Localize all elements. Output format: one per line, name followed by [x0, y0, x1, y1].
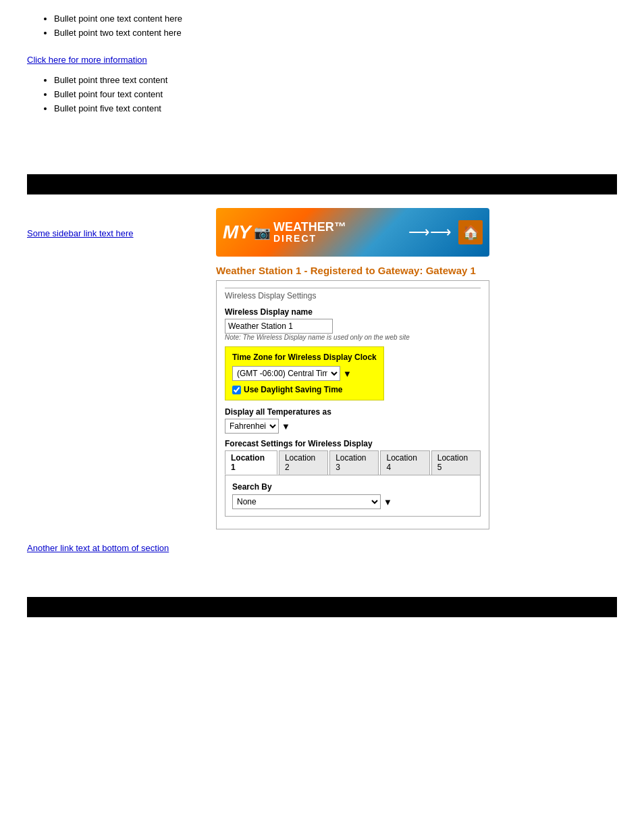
forecast-section: Forecast Settings for Wireless Display L… [225, 439, 481, 517]
display-name-section: Wireless Display name Note: The Wireless… [225, 307, 481, 341]
temperature-section: Display all Temperatures as Fahrenheit C… [225, 407, 481, 434]
mid-bullet-list: Bullet point three text content Bullet p… [54, 75, 617, 113]
top-link[interactable]: Click here for more information [27, 55, 147, 65]
tab-location-4[interactable]: Location 4 [380, 450, 429, 475]
search-by-select[interactable]: None City/State Zip Code Country [232, 494, 381, 509]
location-tabs: Location 1 Location 2 Location 3 Locatio… [225, 450, 481, 475]
banner-house-icon: 🏠 [458, 220, 483, 244]
banner: MY 📷 WEATHER™ DIRECT ⟶⟶ 🏠 [216, 208, 489, 257]
main-content-panel: MY 📷 WEATHER™ DIRECT ⟶⟶ 🏠 Weather Statio… [216, 208, 617, 529]
display-name-label: Wireless Display name [225, 307, 481, 317]
banner-direct-text: DIRECT [273, 233, 346, 244]
tab-content-location-1: Search By None City/State Zip Code Count… [225, 475, 481, 517]
bottom-link[interactable]: Another link text at bottom of section [27, 543, 169, 553]
search-by-dropdown-icon: ▼ [383, 497, 392, 507]
temperature-select[interactable]: Fahrenheit Celsius [225, 419, 279, 434]
bullet-item-4: Bullet point four text content [54, 89, 617, 99]
timezone-select-row: (GMT -06:00) Central Time Pacific Time E… [232, 366, 377, 381]
display-name-input[interactable] [225, 319, 333, 334]
temp-select-row: Fahrenheit Celsius ▼ [225, 419, 481, 434]
temperature-label: Display all Temperatures as [225, 407, 481, 417]
banner-arrows-icon: ⟶⟶ [408, 224, 452, 241]
main-section: Some sidebar link text here MY 📷 WEATHER… [27, 208, 617, 529]
tab-location-3[interactable]: Location 3 [329, 450, 379, 475]
timezone-box: Time Zone for Wireless Display Clock (GM… [225, 346, 384, 400]
black-bar-2 [27, 597, 617, 617]
banner-camera-icon: 📷 [254, 224, 271, 240]
timezone-box-title: Time Zone for Wireless Display Clock [232, 353, 377, 362]
bullet-item-5: Bullet point five text content [54, 103, 617, 113]
settings-panel-title: Wireless Display Settings [225, 288, 481, 301]
banner-text-block: WEATHER™ DIRECT [273, 221, 346, 244]
settings-panel: Wireless Display Settings Wireless Displ… [216, 280, 489, 529]
black-bar-1 [27, 174, 617, 194]
station-title: Weather Station 1 - Registered to Gatewa… [216, 265, 617, 276]
daylight-saving-checkbox[interactable] [232, 386, 241, 394]
daylight-saving-row: Use Daylight Saving Time [232, 385, 377, 394]
tab-location-1[interactable]: Location 1 [225, 450, 277, 475]
display-name-note: Note: The Wireless Display name is used … [225, 334, 481, 341]
sidebar-left: Some sidebar link text here [27, 208, 203, 529]
tab-location-2[interactable]: Location 2 [279, 450, 328, 475]
banner-weather-text: WEATHER™ [273, 221, 346, 233]
bullet-item-3: Bullet point three text content [54, 75, 617, 85]
bullet-item-1: Bullet point one text content here [54, 14, 617, 24]
banner-my-text: MY [223, 221, 251, 243]
forecast-label: Forecast Settings for Wireless Display [225, 439, 481, 448]
tab-location-5[interactable]: Location 5 [431, 450, 481, 475]
daylight-saving-label: Use Daylight Saving Time [244, 385, 343, 394]
search-by-row: None City/State Zip Code Country ▼ [232, 494, 473, 509]
top-bullet-list: Bullet point one text content here Bulle… [54, 14, 617, 38]
timezone-select[interactable]: (GMT -06:00) Central Time Pacific Time E… [232, 366, 340, 381]
page-content: Bullet point one text content here Bulle… [0, 0, 644, 644]
bullet-item-2: Bullet point two text content here [54, 28, 617, 38]
sidebar-link[interactable]: Some sidebar link text here [27, 228, 134, 238]
bottom-link-section: Another link text at bottom of section [27, 543, 617, 553]
search-by-label: Search By [232, 482, 473, 492]
temp-dropdown-icon: ▼ [281, 421, 290, 432]
timezone-dropdown-icon: ▼ [343, 369, 352, 379]
